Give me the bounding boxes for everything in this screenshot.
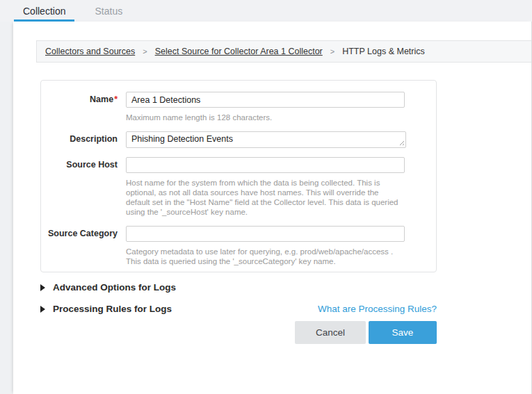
description-label: Description: [41, 131, 118, 148]
source-host-input[interactable]: [126, 157, 405, 173]
caret-right-icon: [40, 284, 45, 291]
breadcrumb-select-source[interactable]: Select Source for Collector Area 1 Colle…: [155, 47, 323, 56]
advanced-options-label: Advanced Options for Logs: [53, 282, 176, 293]
source-config-form: Name* Maximum name length is 128 charact…: [40, 80, 437, 272]
breadcrumb-separator: >: [143, 47, 147, 56]
what-are-processing-rules-link[interactable]: What are Processing Rules?: [318, 304, 437, 314]
description-textarea[interactable]: Phishing Detection Events: [126, 131, 406, 148]
name-helper-text: Maximum name length is 128 characters.: [126, 113, 404, 122]
source-host-field-row: Source Host Host name for the system fro…: [41, 157, 436, 217]
processing-rules-label: Processing Rules for Logs: [53, 304, 172, 314]
breadcrumb-collectors-and-sources[interactable]: Collectors and Sources: [45, 47, 135, 56]
form-actions: Cancel Save: [40, 321, 437, 344]
name-input[interactable]: [126, 92, 405, 108]
caret-right-icon: [40, 306, 45, 313]
required-asterisk: *: [114, 95, 118, 104]
name-label: Name*: [41, 92, 118, 122]
breadcrumb: Collectors and Sources > Select Source f…: [36, 40, 531, 63]
source-category-label: Source Category: [41, 226, 118, 266]
processing-rules-toggle[interactable]: Processing Rules for Logs: [40, 304, 172, 314]
left-gutter: [0, 0, 13, 394]
name-field-row: Name* Maximum name length is 128 charact…: [41, 92, 436, 122]
source-host-helper-text: Host name for the system from which the …: [126, 178, 404, 217]
source-host-label: Source Host: [41, 157, 118, 217]
advanced-options-toggle[interactable]: Advanced Options for Logs: [40, 282, 176, 293]
source-category-helper-text: Category metadata to use later for query…: [126, 247, 404, 266]
save-button[interactable]: Save: [369, 321, 437, 344]
description-field-row: Description Phishing Detection Events: [41, 131, 436, 148]
main-content-panel: Collectors and Sources > Select Source f…: [13, 22, 532, 394]
source-category-field-row: Source Category Category metadata to use…: [41, 226, 436, 266]
source-category-input[interactable]: [126, 226, 405, 242]
advanced-options-row: Advanced Options for Logs: [40, 282, 437, 293]
name-label-text: Name: [90, 95, 113, 104]
tab-status[interactable]: Status: [86, 0, 131, 22]
breadcrumb-separator: >: [330, 47, 334, 56]
cancel-button[interactable]: Cancel: [295, 321, 366, 344]
top-tab-bar: Collection Status: [0, 0, 532, 22]
breadcrumb-current-http-logs-metrics: HTTP Logs & Metrics: [342, 47, 425, 56]
tab-collection[interactable]: Collection: [14, 0, 74, 22]
processing-rules-row: Processing Rules for Logs What are Proce…: [40, 304, 437, 314]
